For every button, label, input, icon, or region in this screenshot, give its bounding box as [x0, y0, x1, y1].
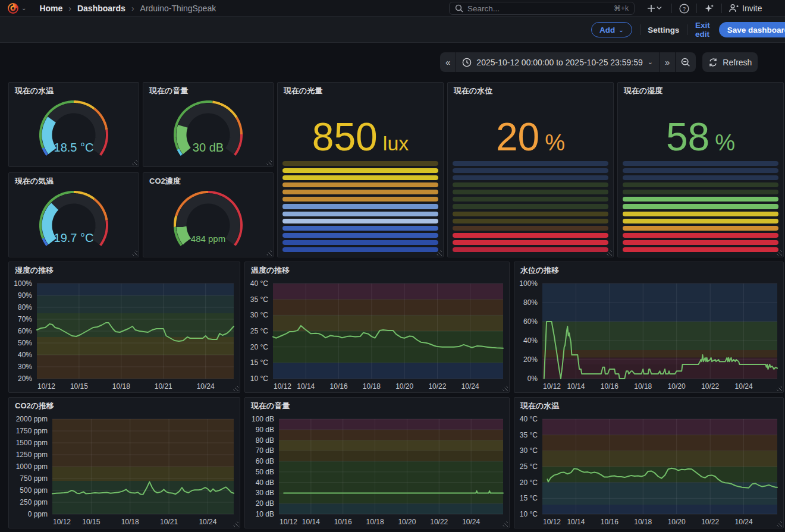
panel-title-text: 現在の湿度 — [624, 86, 662, 96]
air-temp-gauge[interactable]: 19.7 °C — [10, 190, 138, 256]
level-trend-chart[interactable]: 0%20%40%60%80%100%10/1210/1410/1610/1810… — [515, 279, 783, 392]
search-placeholder: Search... — [467, 4, 610, 13]
svg-text:10/24: 10/24 — [735, 382, 753, 391]
panel-title[interactable]: CO2の推移 — [9, 398, 240, 414]
svg-text:10/15: 10/15 — [70, 382, 88, 391]
panel-title[interactable]: 現在の光量 — [278, 83, 443, 99]
svg-text:10/16: 10/16 — [601, 518, 618, 526]
top-nav-bar: ⌄ Home › Dashboards › Arduino-ThingSpeak… — [0, 0, 785, 17]
panel-title-text: 温度の推移 — [251, 265, 290, 276]
svg-text:10/14: 10/14 — [297, 382, 315, 391]
co2-trend-chart[interactable]: 0 ppm250 ppm500 ppm750 ppm1000 ppm1250 p… — [10, 414, 239, 527]
add-menu-button[interactable] — [641, 0, 670, 17]
zoom-out-button[interactable] — [676, 52, 696, 72]
svg-text:500 ppm: 500 ppm — [20, 486, 48, 495]
svg-text:20%: 20% — [523, 355, 538, 364]
svg-text:10/15: 10/15 — [82, 518, 100, 526]
panel-title[interactable]: 現在の水温 — [9, 83, 139, 99]
svg-text:1500 ppm: 1500 ppm — [16, 439, 48, 447]
save-dashboard-button[interactable]: Save dashboard — [719, 22, 785, 37]
svg-text:250 ppm: 250 ppm — [20, 498, 48, 506]
sound-gauge[interactable]: 30 dB — [144, 99, 272, 166]
panel-water-level-stat: 現在の水位 20% — [447, 82, 614, 257]
panel-title[interactable]: 水位の推移 — [514, 262, 783, 279]
co2-gauge[interactable]: 484 ppm — [144, 190, 272, 256]
svg-text:10/20: 10/20 — [668, 518, 686, 526]
svg-text:10/12: 10/12 — [53, 518, 71, 526]
svg-text:50 dB: 50 dB — [256, 468, 274, 476]
light-stat[interactable]: 850lux — [278, 99, 442, 256]
humidity-trend-chart[interactable]: 20%30%40%50%60%70%80%90%100%10/1210/1510… — [10, 279, 239, 392]
nav-divider — [671, 4, 672, 13]
settings-button[interactable]: Settings — [648, 26, 679, 34]
search-input[interactable]: Search... ⌘+k — [449, 2, 635, 15]
svg-text:10/14: 10/14 — [302, 518, 320, 526]
svg-text:10/12: 10/12 — [543, 518, 561, 526]
panel-title[interactable]: 現在の音量 — [143, 83, 273, 99]
refresh-button[interactable]: Refresh — [702, 52, 758, 72]
humidity-stat[interactable]: 58% — [618, 99, 783, 256]
time-range-picker[interactable]: 2025-10-12 00:00:00 to 2025-10-25 23:59:… — [456, 52, 659, 72]
panel-title[interactable]: 現在の水温 — [514, 398, 783, 414]
svg-text:20 dB: 20 dB — [256, 499, 274, 508]
panel-title-text: CO2の推移 — [15, 401, 54, 411]
add-panel-button[interactable]: Add ⌄ — [591, 22, 632, 37]
zoom-out-icon — [681, 58, 690, 67]
invite-button[interactable]: Invite — [724, 4, 767, 13]
panel-title[interactable]: 湿度の推移 — [9, 262, 240, 279]
panel-title[interactable]: CO2濃度 — [143, 173, 273, 190]
time-shift-forward-button[interactable]: » — [660, 52, 675, 72]
svg-text:10/20: 10/20 — [398, 518, 416, 526]
panel-title[interactable]: 現在の音量 — [245, 398, 509, 414]
panel-air-temp-gauge: 現在の気温 19.7 °C — [8, 172, 139, 257]
grafana-logo-button[interactable]: ⌄ — [7, 2, 26, 14]
svg-text:2000 ppm: 2000 ppm — [16, 415, 48, 423]
panel-title[interactable]: 現在の湿度 — [618, 83, 783, 99]
svg-text:30%: 30% — [18, 363, 32, 371]
chevron-down-icon: ⌄ — [21, 5, 26, 11]
water-temp-gauge[interactable]: 18.5 °C — [10, 99, 138, 166]
breadcrumb-current: Arduino-ThingSpeak — [140, 4, 216, 13]
svg-text:10/21: 10/21 — [160, 518, 178, 526]
help-icon[interactable]: ? — [674, 0, 695, 17]
dashboard-toolbar: Add ⌄ Settings Exit edit Save dashboard — [0, 17, 785, 43]
time-shift-back-button[interactable]: « — [440, 52, 456, 72]
svg-text:25 °C: 25 °C — [250, 327, 268, 335]
svg-text:10/18: 10/18 — [634, 518, 652, 526]
water-temp-trend-chart[interactable]: 10 °C15 °C20 °C25 °C30 °C35 °C40 °C10/12… — [515, 414, 783, 527]
svg-text:10/16: 10/16 — [334, 518, 352, 526]
panel-humidity-trend: 湿度の推移 20%30%40%50%60%70%80%90%100%10/121… — [8, 262, 240, 393]
panel-temp-trend: 温度の推移 10 °C15 °C20 °C25 °C30 °C35 °C40 °… — [244, 262, 510, 393]
svg-text:10/18: 10/18 — [366, 518, 384, 526]
panel-level-trend: 水位の推移 0%20%40%60%80%100%10/1210/1410/161… — [514, 262, 784, 393]
svg-text:1000 ppm: 1000 ppm — [16, 462, 48, 471]
svg-text:20 °C: 20 °C — [250, 343, 268, 351]
breadcrumb: Home › Dashboards › Arduino-ThingSpeak — [39, 4, 216, 13]
temp-trend-chart[interactable]: 10 °C15 °C20 °C25 °C30 °C35 °C40 °C10/12… — [246, 279, 508, 392]
stat-lcd-bars — [453, 161, 608, 252]
panel-title-text: 湿度の推移 — [15, 265, 54, 276]
breadcrumb-dashboards[interactable]: Dashboards — [77, 4, 125, 13]
breadcrumb-home[interactable]: Home — [39, 4, 62, 13]
svg-text:19.7 °C: 19.7 °C — [54, 231, 94, 244]
exit-edit-button[interactable]: Exit edit — [695, 21, 711, 39]
svg-text:60%: 60% — [523, 317, 538, 326]
svg-text:10 °C: 10 °C — [520, 510, 538, 518]
sound-trend-chart[interactable]: 10 dB20 dB30 dB40 dB50 dB60 dB70 dB80 dB… — [246, 414, 508, 527]
svg-text:10/22: 10/22 — [428, 382, 446, 391]
panel-title-text: 現在の水温 — [15, 86, 54, 96]
svg-text:10/18: 10/18 — [634, 382, 652, 391]
water-level-stat[interactable]: 20% — [448, 99, 613, 256]
invite-label: Invite — [742, 4, 762, 13]
ai-sparkle-icon[interactable] — [699, 0, 720, 17]
panel-title[interactable]: 温度の推移 — [245, 262, 509, 279]
time-controls: « 2025-10-12 00:00:00 to 2025-10-25 23:5… — [440, 52, 758, 72]
svg-text:10/14: 10/14 — [567, 518, 585, 526]
panel-title-text: 水位の推移 — [520, 265, 559, 276]
svg-text:10/20: 10/20 — [395, 382, 413, 391]
panel-light-stat: 現在の光量 850lux — [277, 82, 444, 257]
refresh-icon — [708, 58, 718, 67]
panel-title[interactable]: 現在の水位 — [448, 83, 613, 99]
panel-title[interactable]: 現在の気温 — [9, 173, 139, 190]
svg-text:30 dB: 30 dB — [193, 141, 224, 154]
